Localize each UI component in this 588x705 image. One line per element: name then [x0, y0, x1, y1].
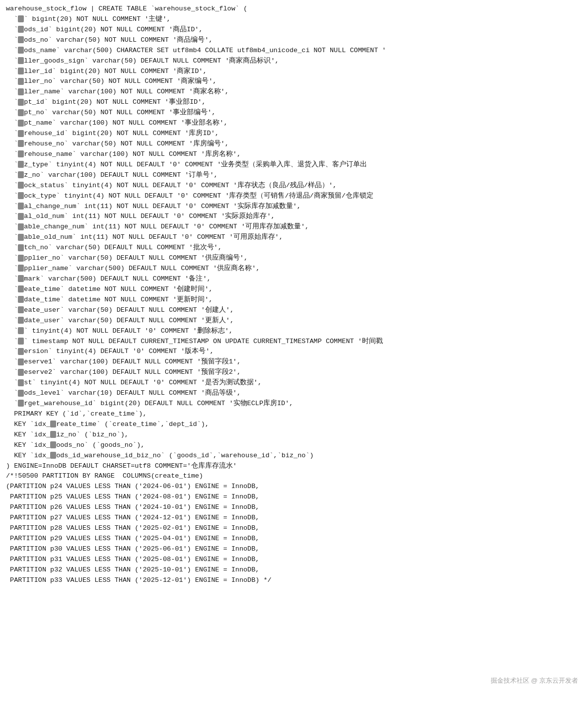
redacted-text: [18, 26, 24, 33]
redacted-text: [50, 431, 56, 438]
redacted-text: [18, 338, 24, 345]
redacted-text: [18, 130, 24, 137]
code-line: (PARTITION p24 VALUES LESS THAN ('2024-0…: [2, 482, 586, 492]
redacted-text: [18, 213, 24, 220]
code-line: `z_type` tinyint(4) NOT NULL DEFAULT '0'…: [2, 160, 586, 170]
code-line: PARTITION p26 VALUES LESS THAN ('2024-10…: [2, 502, 586, 513]
code-line: `eserve1` varchar(100) DEFAULT NULL COMM…: [2, 357, 586, 367]
code-line: `pt_id` bigint(20) NOT NULL COMMENT '事业部…: [2, 97, 586, 108]
code-line: `date_user` varchar(50) DEFAULT NULL COM…: [2, 316, 586, 326]
code-line: `ods_name` varchar(500) CHARACTER SET ut…: [2, 46, 586, 56]
code-line: `st` tinyint(4) NOT NULL DEFAULT '0' COM…: [2, 378, 586, 388]
code-line: `able_change_num` int(11) NOT NULL DEFAU…: [2, 222, 586, 232]
code-line: PARTITION p29 VALUES LESS THAN ('2025-04…: [2, 534, 586, 544]
code-line: `ock_type` tinyint(4) NOT NULL DEFAULT '…: [2, 191, 586, 202]
code-line: ) ENGINE=InnoDB DEFAULT CHARSET=utf8 COM…: [2, 461, 586, 472]
code-line: `` tinyint(4) NOT NULL DEFAULT '0' COMME…: [2, 326, 586, 337]
code-line: `ller_id` bigint(20) NOT NULL COMMENT '商…: [2, 67, 586, 77]
code-line: `eate_time` datetime NOT NULL COMMENT '创…: [2, 284, 586, 295]
code-line: `ods_id` bigint(20) NOT NULL COMMENT '商品…: [2, 25, 586, 35]
code-line: `ods_level` varchar(10) DEFAULT NULL COM…: [2, 388, 586, 399]
code-line: warehouse_stock_flow | CREATE TABLE `war…: [2, 4, 586, 14]
code-line: PARTITION p27 VALUES LESS THAN ('2024-12…: [2, 513, 586, 523]
redacted-text: [18, 57, 24, 64]
redacted-text: [18, 99, 24, 106]
code-line: `ller_goods_sign` varchar(50) DEFAULT NU…: [2, 56, 586, 67]
code-container: warehouse_stock_flow | CREATE TABLE `war…: [0, 0, 588, 705]
redacted-text: [50, 441, 56, 448]
code-line: `pt_name` varchar(100) NOT NULL COMMENT …: [2, 118, 586, 129]
code-line: `z_no` varchar(100) DEFAULT NULL COMMENT…: [2, 170, 586, 181]
code-line: `` timestamp NOT NULL DEFAULT CURRENT_TI…: [2, 337, 586, 347]
code-line: KEY `idx_reate_time` (`create_time`,`dep…: [2, 420, 586, 430]
redacted-text: [18, 358, 24, 365]
redacted-text: [18, 109, 24, 116]
redacted-text: [18, 275, 24, 282]
redacted-text: [18, 140, 24, 147]
redacted-text: [18, 15, 24, 22]
code-line: `rget_warehouse_id` bigint(20) DEFAULT N…: [2, 399, 586, 409]
redacted-text: [18, 265, 24, 272]
redacted-text: [18, 47, 24, 54]
redacted-text: [18, 400, 24, 407]
code-line: KEY `idx_oods_no` (`goods_no`),: [2, 440, 586, 451]
code-line: `pt_no` varchar(50) NOT NULL COMMENT '事业…: [2, 108, 586, 118]
redacted-text: [18, 203, 24, 210]
code-line: `al_old_num` int(11) NOT NULL DEFAULT '0…: [2, 212, 586, 222]
code-line: `eserve2` varchar(100) DEFAULT NULL COMM…: [2, 367, 586, 378]
code-line: `ods_no` varchar(50) NOT NULL COMMENT '商…: [2, 35, 586, 46]
code-line: `ller_no` varchar(50) NOT NULL COMMENT '…: [2, 76, 586, 87]
code-line: PARTITION p28 VALUES LESS THAN ('2025-02…: [2, 523, 586, 534]
code-line: `rehouse_name` varchar(100) NOT NULL COM…: [2, 149, 586, 160]
code-line: `rehouse_no` varchar(50) NOT NULL COMMEN…: [2, 139, 586, 149]
code-line: PARTITION p33 VALUES LESS THAN ('2025-12…: [2, 575, 586, 586]
code-line: /*!50500 PARTITION BY RANGE COLUMNS(crea…: [2, 471, 586, 482]
code-line: `date_time` datetime NOT NULL COMMENT '更…: [2, 295, 586, 305]
redacted-text: [18, 182, 24, 189]
code-line: `ller_name` varchar(100) NOT NULL COMMEN…: [2, 87, 586, 97]
redacted-text: [18, 192, 24, 199]
redacted-text: [18, 327, 24, 334]
redacted-text: [18, 88, 24, 95]
code-line: `ersion` tinyint(4) DEFAULT '0' COMMENT …: [2, 347, 586, 357]
code-line: PARTITION p25 VALUES LESS THAN ('2024-08…: [2, 492, 586, 502]
redacted-text: [18, 285, 24, 292]
redacted-text: [18, 36, 24, 43]
code-block: warehouse_stock_flow | CREATE TABLE `war…: [2, 4, 586, 586]
code-line: `` bigint(20) NOT NULL COMMENT '主键',: [2, 14, 586, 25]
redacted-text: [18, 317, 24, 324]
redacted-text: [18, 150, 24, 157]
code-line: `pplier_no` varchar(50) DEFAULT NULL COM…: [2, 253, 586, 264]
redacted-text: [18, 348, 24, 355]
redacted-text: [18, 369, 24, 376]
redacted-text: [18, 306, 24, 313]
code-line: PRIMARY KEY (`id`,`create_time`),: [2, 409, 586, 420]
code-line: `tch_no` varchar(50) DEFAULT NULL COMMEN…: [2, 243, 586, 253]
code-line: PARTITION p32 VALUES LESS THAN ('2025-10…: [2, 565, 586, 575]
redacted-text: [18, 244, 24, 251]
code-line: `eate_user` varchar(50) DEFAULT NULL COM…: [2, 305, 586, 316]
redacted-text: [50, 421, 56, 427]
code-line: `mark` varchar(500) DEFAULT NULL COMMENT…: [2, 274, 586, 284]
code-line: `pplier_name` varchar(500) DEFAULT NULL …: [2, 264, 586, 274]
redacted-text: [18, 234, 24, 241]
code-line: `ock_status` tinyint(4) NOT NULL DEFAULT…: [2, 181, 586, 191]
redacted-text: [18, 120, 24, 127]
code-line: `rehouse_id` bigint(20) NOT NULL COMMENT…: [2, 129, 586, 139]
watermark-text: 掘金技术社区 @ 京东云开发者: [491, 676, 578, 685]
redacted-text: [18, 379, 24, 386]
redacted-text: [18, 255, 24, 262]
code-line: KEY `idx_ods_id_warehouse_id_biz_no` (`g…: [2, 451, 586, 461]
code-line: PARTITION p31 VALUES LESS THAN ('2025-08…: [2, 555, 586, 565]
redacted-text: [18, 78, 24, 85]
redacted-text: [18, 161, 24, 168]
code-line: KEY `idx_iz_no` (`biz_no`),: [2, 430, 586, 440]
redacted-text: [18, 390, 24, 397]
redacted-text: [18, 68, 24, 74]
redacted-text: [18, 223, 24, 230]
code-line: `able_old_num` int(11) NOT NULL DEFAULT …: [2, 232, 586, 243]
code-line: PARTITION p30 VALUES LESS THAN ('2025-06…: [2, 544, 586, 555]
code-line: `al_change_num` int(11) NOT NULL DEFAULT…: [2, 202, 586, 212]
redacted-text: [18, 171, 24, 178]
redacted-text: [18, 296, 24, 303]
